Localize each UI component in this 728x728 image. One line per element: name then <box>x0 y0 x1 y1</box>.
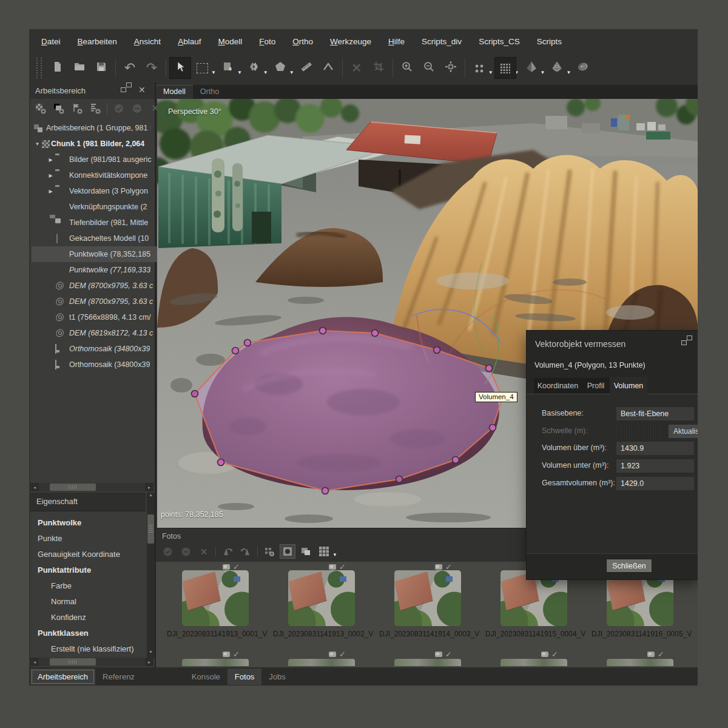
tree-item-punktwolke-2[interactable]: Punktwolke (77,169,333 <box>32 262 172 278</box>
tree-item-orthomosaik-1[interactable]: Orthomosaik (34800x39 <box>32 341 172 357</box>
new-document-button[interactable] <box>47 57 69 79</box>
grid-view-icon[interactable] <box>316 544 332 559</box>
photo-thumbnail-partial[interactable] <box>288 659 355 666</box>
show-contours-button[interactable] <box>572 57 594 79</box>
show-point-cloud-button[interactable] <box>494 57 516 79</box>
scroll-left-icon[interactable]: ◄ <box>30 485 39 490</box>
property-row-farbe[interactable]: Farbe <box>32 578 166 593</box>
tab-profil[interactable]: Profil <box>582 378 610 394</box>
menu-ortho[interactable]: Ortho <box>284 34 322 49</box>
schwelle-input[interactable] <box>616 425 662 438</box>
property-row-punktattribute[interactable]: Punktattribute <box>32 562 153 578</box>
tree-item-bilder[interactable]: ▶Bilder (981/981 ausgeric <box>32 152 163 167</box>
expander-icon[interactable]: ▶ <box>46 189 55 194</box>
tab-koordinaten[interactable]: Koordinaten <box>534 378 582 394</box>
tree-item-punktwolke-selected[interactable]: Punktwolke (78,352,185 <box>32 246 172 262</box>
zoom-in-button[interactable] <box>396 57 418 79</box>
property-row-punktwolke[interactable]: Punktwolke <box>32 514 153 530</box>
basisebene-dropdown[interactable]: Best-fit-Ebene <box>616 407 694 420</box>
delete-selection-button[interactable]: ✕ <box>346 57 368 79</box>
close-panel-icon[interactable]: ✕ <box>138 86 146 94</box>
ruler-button[interactable] <box>295 57 317 79</box>
reset-filter-icon[interactable] <box>261 544 277 559</box>
property-row-punktklassen[interactable]: Punktklassen <box>32 625 153 641</box>
photo-thumbnail-partial[interactable] <box>182 659 249 666</box>
scroll-right-icon[interactable]: ► <box>145 485 153 490</box>
redo-button[interactable]: ↷ <box>141 57 163 79</box>
photo-thumbnail[interactable] <box>182 570 249 626</box>
rotate-left-icon[interactable] <box>220 544 235 559</box>
horizontal-scrollbar[interactable]: ◄ ► <box>30 658 153 666</box>
bottom-tab-jobs[interactable]: Jobs <box>261 669 292 685</box>
bottom-tab-referenz[interactable]: Referenz <box>95 669 142 685</box>
menu-werkzeuge[interactable]: Werkzeuge <box>322 34 380 49</box>
tree-item-verknuepfungspunkte[interactable]: Verknüpfungspunkte (2 <box>32 199 172 215</box>
gesamtvolumen-value[interactable]: 1429.0 <box>616 477 694 490</box>
dropdown-caret-icon[interactable]: ▼ <box>332 552 337 558</box>
zoom-out-button[interactable] <box>418 57 440 79</box>
tree-item-gekacheltes-modell[interactable]: Gekacheltes Modell (10 <box>32 231 172 246</box>
select-cursor-button[interactable] <box>169 57 191 79</box>
remove-x-icon[interactable]: ✕ <box>196 544 212 559</box>
bottom-tab-fotos[interactable]: Fotos <box>228 669 262 685</box>
photo-thumbnail[interactable] <box>288 570 355 626</box>
menu-scripts-div[interactable]: Scripts_div <box>413 34 470 49</box>
menu-modell[interactable]: Modell <box>209 34 251 49</box>
enable-check-icon[interactable] <box>160 544 175 559</box>
property-row-konfidenz[interactable]: Konfidenz <box>32 609 166 625</box>
save-button[interactable] <box>90 57 112 79</box>
tree-item-dem-1[interactable]: DEM (8700x9795, 3.63 c <box>32 278 172 294</box>
property-row-punkte[interactable]: Punkte <box>32 530 153 546</box>
show-sparse-cloud-button[interactable] <box>468 57 490 79</box>
scroll-left-icon[interactable]: ◄ <box>30 660 39 664</box>
menu-bearbeiten[interactable]: Bearbeiten <box>69 34 126 49</box>
tree-item-tiefenbilder[interactable]: Tiefenbilder (981, Mittle <box>32 215 172 231</box>
property-row-erstellt[interactable]: Erstellt (nie klassifiziert) <box>32 641 166 656</box>
tab-volumen[interactable]: Volumen <box>610 377 647 394</box>
tree-item-t1[interactable]: t1 (7566x8898, 4.13 cm/ <box>32 309 172 325</box>
crop-button[interactable] <box>368 57 389 79</box>
bottom-tab-konsole[interactable]: Konsole <box>184 669 228 685</box>
photo-thumbnail-partial[interactable] <box>500 659 567 666</box>
photo-thumbnail-partial[interactable] <box>607 659 673 666</box>
add-chunk-button[interactable] <box>33 101 49 116</box>
tab-ortho[interactable]: Ortho <box>193 85 226 99</box>
menu-scripts[interactable]: Scripts <box>528 34 570 49</box>
scroll-down-icon[interactable]: ▼ <box>147 650 155 658</box>
navigation-button[interactable] <box>243 57 265 79</box>
menu-ansicht[interactable]: Ansicht <box>126 34 169 49</box>
tree-item-chunk[interactable]: ▼Chunk 1 (981 Bilder, 2,064 <box>32 136 149 152</box>
menu-ablauf[interactable]: Ablauf <box>169 34 209 49</box>
scroll-right-icon[interactable]: ► <box>145 660 153 664</box>
tree-item-workspace[interactable]: Arbeitsbereich (1 Gruppe, 981 E <box>32 120 150 136</box>
photo-thumbnail[interactable] <box>394 570 461 626</box>
menu-foto[interactable]: Foto <box>251 34 284 49</box>
expander-icon[interactable]: ▶ <box>46 173 55 178</box>
horizontal-scrollbar[interactable]: ◄ ► <box>30 483 153 491</box>
open-folder-button[interactable] <box>69 57 90 79</box>
vertical-scrollbar[interactable]: ▲ ▼ <box>147 493 155 658</box>
draw-polyline-button[interactable] <box>317 57 339 79</box>
tree-item-vektordaten[interactable]: ▶Vektordaten (3 Polygon <box>32 183 163 199</box>
property-row-normal[interactable]: Normal <box>32 593 166 609</box>
tree-item-orthomosaik-2[interactable]: Orthomosaik (34800x39 <box>32 357 172 372</box>
menu-scripts-cs[interactable]: Scripts_CS <box>470 34 528 49</box>
duplicate-icon[interactable] <box>298 544 314 559</box>
volumen-unter-value[interactable]: 1.923 <box>616 459 694 473</box>
enable-items-button[interactable] <box>111 101 127 116</box>
disable-items-button[interactable] <box>129 101 145 116</box>
add-scalebar-button[interactable] <box>87 101 103 116</box>
draw-polygon-button[interactable] <box>269 57 291 79</box>
bottom-tab-arbeitsbereich[interactable]: Arbeitsbereich <box>30 669 95 685</box>
add-marker-button[interactable] <box>69 101 85 116</box>
add-photos-button[interactable] <box>51 101 67 116</box>
tree-item-konnektivitaet[interactable]: ▶Konnektivitätskompone <box>32 167 163 183</box>
scrollbar-thumb[interactable] <box>147 514 154 544</box>
expander-icon[interactable]: ▶ <box>46 157 55 163</box>
tree-item-dem-2[interactable]: DEM (8700x9795, 3.63 c <box>32 294 172 309</box>
disable-minus-icon[interactable] <box>178 544 194 559</box>
aktualisieren-button[interactable]: Aktualisieren <box>669 425 698 438</box>
menu-hilfe[interactable]: Hilfe <box>380 34 413 49</box>
undo-button[interactable]: ↶ <box>119 57 141 79</box>
scrollbar-thumb[interactable] <box>50 484 96 491</box>
